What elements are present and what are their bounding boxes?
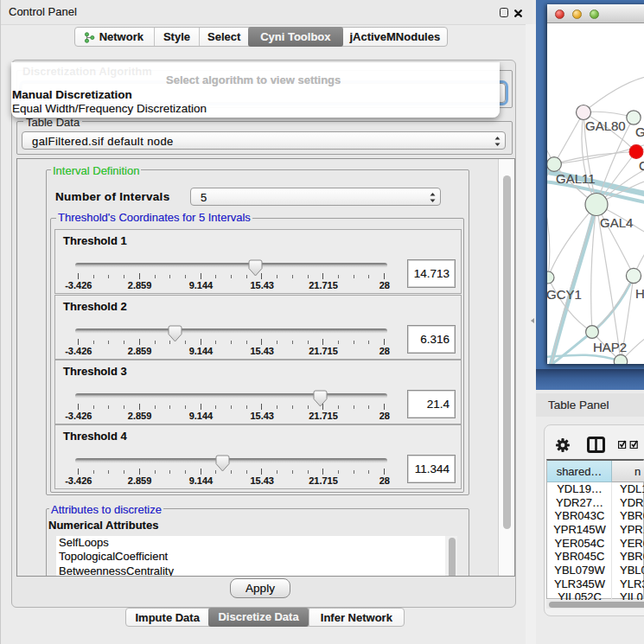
svg-text:GA: GA (635, 124, 644, 139)
svg-text:HAP2: HAP2 (593, 340, 627, 354)
svg-text:GAL80: GAL80 (585, 118, 626, 133)
svg-text:GAL11: GAL11 (556, 171, 596, 186)
svg-text:C: C (639, 158, 644, 173)
svg-text:GCY1: GCY1 (547, 287, 582, 302)
svg-text:H: H (635, 286, 644, 301)
svg-text:GAL4: GAL4 (600, 215, 633, 230)
